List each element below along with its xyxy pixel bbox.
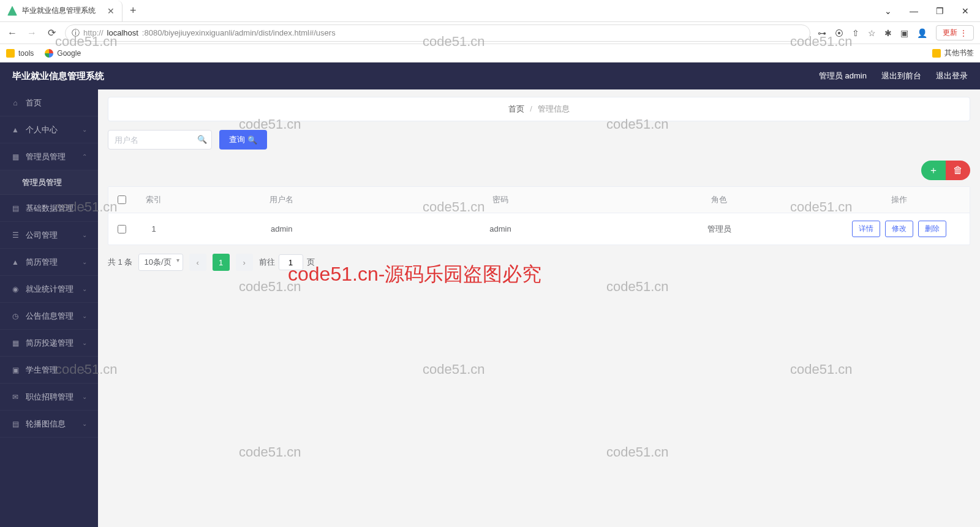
sidebar-item-label: 简历投递管理 — [26, 338, 76, 349]
sidebar-icon: ▤ — [11, 420, 20, 428]
url-host: localhost — [107, 28, 138, 37]
nav-forward-icon[interactable]: → — [26, 28, 38, 39]
sidebar-item-11[interactable]: ✉职位招聘管理⌄ — [0, 384, 98, 411]
page-jump-input[interactable] — [279, 254, 303, 270]
row-password: admin — [391, 213, 609, 245]
sidebar-icon: ▤ — [11, 204, 20, 213]
app-root: 毕业就业信息管理系统 管理员 admin 退出到前台 退出登录 ⌂首页▲个人中心… — [0, 63, 980, 527]
share-icon[interactable]: ⇧ — [852, 28, 859, 38]
chevron-icon: ⌄ — [82, 420, 87, 427]
vue-icon — [7, 6, 17, 16]
nav-reload-icon[interactable]: ⟳ — [45, 27, 58, 39]
folder-icon — [932, 49, 941, 58]
sidebar-item-label: 简历管理 — [26, 257, 76, 268]
delete-button[interactable]: 🗑 — [946, 161, 970, 180]
sidebar-icon: ◉ — [11, 285, 20, 294]
sidebar: ⌂首页▲个人中心⌄▦管理员管理⌃管理员管理▤基础数据管理⌄☰公司管理⌄▲简历管理… — [0, 89, 98, 527]
new-tab-button[interactable]: + — [123, 4, 144, 17]
sidebar-icon: ▲ — [11, 258, 20, 267]
header-checkbox[interactable] — [108, 187, 135, 213]
window-dropdown-icon[interactable]: ⌄ — [881, 6, 895, 16]
sidebar-item-9[interactable]: ▦简历投递管理⌄ — [0, 330, 98, 357]
page-jump: 前往 页 — [259, 254, 315, 270]
app-header: 毕业就业信息管理系统 管理员 admin 退出到前台 退出登录 — [0, 63, 980, 89]
window-minimize-icon[interactable]: — — [907, 6, 921, 16]
sidebar-item-1[interactable]: ▲个人中心⌄ — [0, 116, 98, 143]
sidebar-item-2[interactable]: ▦管理员管理⌃ — [0, 143, 98, 170]
bookmark-tools[interactable]: tools — [6, 49, 34, 58]
url-input[interactable]: ⓘ http://localhost:8080/biyejiuyexinxigu… — [65, 25, 810, 42]
page-size-select[interactable]: 10条/页 — [138, 254, 183, 271]
extensions-icon[interactable]: ✱ — [884, 28, 892, 38]
sidebar-item-label: 管理员管理 — [22, 177, 87, 188]
chevron-icon: ⌄ — [82, 393, 87, 400]
header-username: 用户名 — [172, 187, 391, 213]
page-number[interactable]: 1 — [213, 254, 230, 271]
translate-icon[interactable]: ⦿ — [835, 28, 843, 38]
detail-button[interactable]: 详情 — [852, 221, 880, 237]
other-bookmarks[interactable]: 其他书签 — [932, 48, 974, 58]
sidebar-item-8[interactable]: ◷公告信息管理⌄ — [0, 303, 98, 330]
search-wrap: 🔍 — [108, 130, 212, 150]
row-delete-button[interactable]: 删除 — [918, 221, 946, 237]
search-input[interactable] — [108, 130, 212, 150]
action-row: ＋ 🗑 — [108, 161, 970, 180]
header-to-front[interactable]: 退出到前台 — [881, 70, 921, 82]
sidebar-icon: ▦ — [11, 153, 20, 161]
add-button[interactable]: ＋ — [921, 161, 946, 180]
sidebar-item-label: 就业统计管理 — [26, 284, 76, 295]
header-logout[interactable]: 退出登录 — [936, 70, 968, 82]
browser-tab-bar: 毕业就业信息管理系统 ✕ + ⌄ — ❐ ✕ — [0, 0, 980, 22]
edit-button[interactable]: 修改 — [885, 221, 913, 237]
sidebar-icon: ▣ — [11, 366, 20, 374]
nav-back-icon[interactable]: ← — [6, 28, 18, 39]
app-body: ⌂首页▲个人中心⌄▦管理员管理⌃管理员管理▤基础数据管理⌄☰公司管理⌄▲简历管理… — [0, 89, 980, 527]
tab-title: 毕业就业信息管理系统 — [22, 6, 102, 16]
table-row: 1 admin admin 管理员 详情 修改 删除 — [108, 213, 970, 245]
info-icon[interactable]: ⓘ — [72, 28, 80, 39]
breadcrumb-home[interactable]: 首页 — [508, 104, 524, 113]
key-icon[interactable]: ⊶ — [818, 28, 826, 38]
folder-icon — [6, 49, 15, 58]
search-button[interactable]: 查询 🔍 — [219, 130, 267, 150]
chevron-icon: ⌄ — [82, 366, 87, 373]
bookmark-google[interactable]: Google — [45, 49, 81, 58]
profile-icon[interactable]: 👤 — [917, 28, 927, 38]
window-close-icon[interactable]: ✕ — [958, 6, 973, 16]
row-checkbox[interactable] — [108, 213, 135, 245]
sidebar-item-label: 轮播图信息 — [26, 419, 76, 430]
sidebar-item-5[interactable]: ☰公司管理⌄ — [0, 222, 98, 249]
page-prev-icon[interactable]: ‹ — [189, 254, 206, 271]
update-button[interactable]: 更新 ⋮ — [936, 25, 974, 40]
breadcrumb-current: 管理信息 — [538, 104, 570, 113]
sidebar-item-12[interactable]: ▤轮播图信息⌄ — [0, 411, 98, 438]
header-index: 索引 — [135, 187, 172, 213]
chevron-icon: ⌄ — [82, 259, 87, 265]
app-title: 毕业就业信息管理系统 — [12, 70, 104, 82]
close-tab-icon[interactable]: ✕ — [107, 6, 115, 16]
sidebar-item-label: 公司管理 — [26, 230, 76, 241]
browser-tab[interactable]: 毕业就业信息管理系统 ✕ — [0, 1, 123, 21]
header-links: 管理员 admin 退出到前台 退出登录 — [819, 70, 968, 82]
sidebar-item-7[interactable]: ◉就业统计管理⌄ — [0, 276, 98, 303]
sidebar-item-3[interactable]: 管理员管理 — [0, 170, 98, 195]
bookmarks-bar: tools Google 其他书签 — [0, 44, 980, 63]
sidebar-icon: ⌂ — [11, 99, 20, 107]
window-maximize-icon[interactable]: ❐ — [932, 6, 947, 16]
header-admin-label[interactable]: 管理员 admin — [819, 70, 867, 82]
sidebar-item-6[interactable]: ▲简历管理⌄ — [0, 249, 98, 276]
window-controls: ⌄ — ❐ ✕ — [881, 6, 980, 16]
header-password: 密码 — [391, 187, 609, 213]
sidebar-item-label: 管理员管理 — [26, 151, 76, 162]
side-panel-icon[interactable]: ▣ — [900, 28, 908, 38]
header-role: 角色 — [610, 187, 829, 213]
breadcrumb: 首页 / 管理信息 — [108, 97, 970, 121]
star-icon[interactable]: ☆ — [868, 28, 876, 38]
sidebar-item-label: 职位招聘管理 — [26, 392, 76, 403]
sidebar-item-0[interactable]: ⌂首页 — [0, 89, 98, 116]
sidebar-icon: ◷ — [11, 312, 20, 320]
row-ops: 详情 修改 删除 — [829, 213, 970, 245]
sidebar-item-4[interactable]: ▤基础数据管理⌄ — [0, 195, 98, 222]
page-next-icon[interactable]: › — [236, 254, 253, 271]
sidebar-item-10[interactable]: ▣学生管理⌄ — [0, 357, 98, 384]
